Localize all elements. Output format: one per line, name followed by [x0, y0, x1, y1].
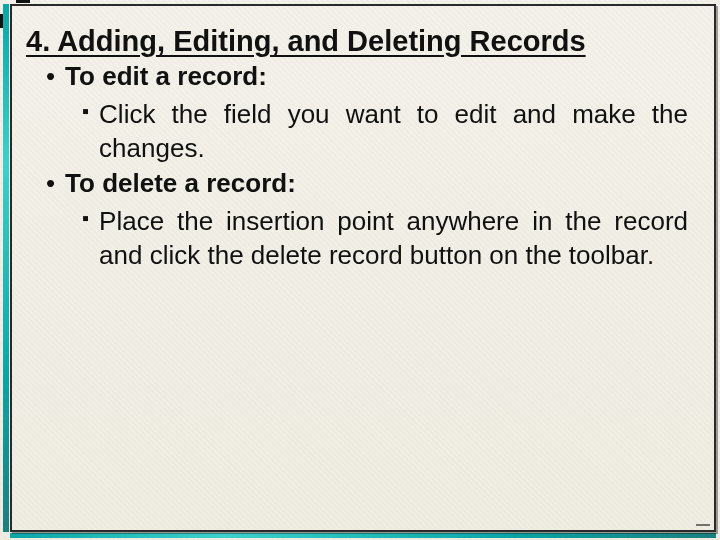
- corner-mark-icon: [0, 14, 3, 28]
- slide-title: 4. Adding, Editing, and Deleting Records: [26, 24, 698, 58]
- list-item: • To edit a record:: [46, 60, 698, 93]
- corner-mark-icon: [696, 524, 710, 526]
- list-item: ▪ Click the field you want to edit and m…: [82, 97, 688, 166]
- bullet-square-icon: ▪: [82, 204, 89, 273]
- bullet-dot-icon: •: [46, 60, 55, 93]
- slide-content: 4. Adding, Editing, and Deleting Records…: [26, 24, 698, 512]
- frame-bottom-accent: [10, 533, 716, 538]
- frame-left-accent: [3, 4, 9, 532]
- bullet-text: Click the field you want to edit and mak…: [99, 97, 688, 166]
- list-item: ▪ Place the insertion point anywhere in …: [82, 204, 688, 273]
- bullet-label: To edit a record:: [65, 60, 267, 93]
- bullet-text: Place the insertion point anywhere in th…: [99, 204, 688, 273]
- bullet-square-icon: ▪: [82, 97, 89, 166]
- list-item: • To delete a record:: [46, 167, 698, 200]
- corner-mark-icon: [16, 0, 30, 3]
- slide: 4. Adding, Editing, and Deleting Records…: [0, 0, 720, 540]
- bullet-dot-icon: •: [46, 167, 55, 200]
- bullet-label: To delete a record:: [65, 167, 296, 200]
